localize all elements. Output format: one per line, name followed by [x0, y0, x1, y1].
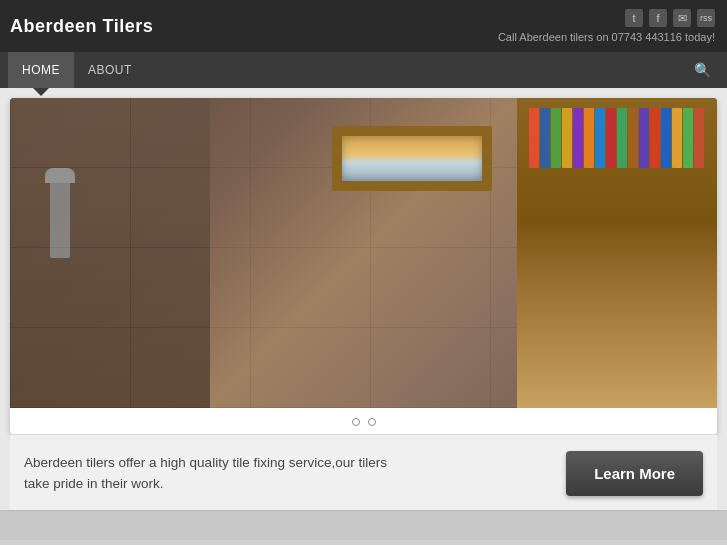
book-spine: [650, 108, 660, 168]
window: [332, 126, 492, 191]
rss-icon[interactable]: rss: [697, 9, 715, 27]
slider-container: [10, 98, 717, 434]
book-spine: [661, 108, 671, 168]
top-bar: Aberdeen Tilers t f ✉ rss Call Aberdeen …: [0, 0, 727, 52]
book-spine: [573, 108, 583, 168]
top-right: t f ✉ rss Call Aberdeen tilers on 07743 …: [498, 9, 715, 43]
description-text: Aberdeen tilers offer a high quality til…: [24, 453, 404, 494]
learn-more-button[interactable]: Learn More: [566, 451, 703, 496]
book-spine: [628, 108, 638, 168]
bottom-section: Aberdeen tilers offer a high quality til…: [10, 434, 717, 510]
books-area: [529, 108, 709, 268]
slider-image: [10, 98, 717, 408]
book-spine: [540, 108, 550, 168]
search-icon[interactable]: 🔍: [686, 58, 719, 82]
call-text: Call Aberdeen tilers on 07743 443116 tod…: [498, 31, 715, 43]
bookshelf: [517, 98, 717, 408]
nav-bar: HOME ABOUT 🔍: [0, 52, 727, 88]
social-icons: t f ✉ rss: [625, 9, 715, 27]
book-spine: [551, 108, 561, 168]
email-icon[interactable]: ✉: [673, 9, 691, 27]
book-spine: [562, 108, 572, 168]
slider-dots: [10, 408, 717, 434]
book-spine: [529, 108, 539, 168]
nav-about[interactable]: ABOUT: [74, 52, 146, 88]
book-spine: [606, 108, 616, 168]
facebook-icon[interactable]: f: [649, 9, 667, 27]
main-content: Aberdeen tilers offer a high quality til…: [0, 88, 727, 510]
footer-strip: [0, 510, 727, 540]
slider-dot-1[interactable]: [352, 418, 360, 426]
nav-home[interactable]: HOME: [8, 52, 74, 88]
book-spine: [639, 108, 649, 168]
book-spine: [584, 108, 594, 168]
book-spine: [683, 108, 693, 168]
book-spine: [694, 108, 704, 168]
site-title: Aberdeen Tilers: [10, 16, 153, 37]
book-spine: [617, 108, 627, 168]
book-spine: [672, 108, 682, 168]
slider-dot-2[interactable]: [368, 418, 376, 426]
twitter-icon[interactable]: t: [625, 9, 643, 27]
book-spine: [595, 108, 605, 168]
